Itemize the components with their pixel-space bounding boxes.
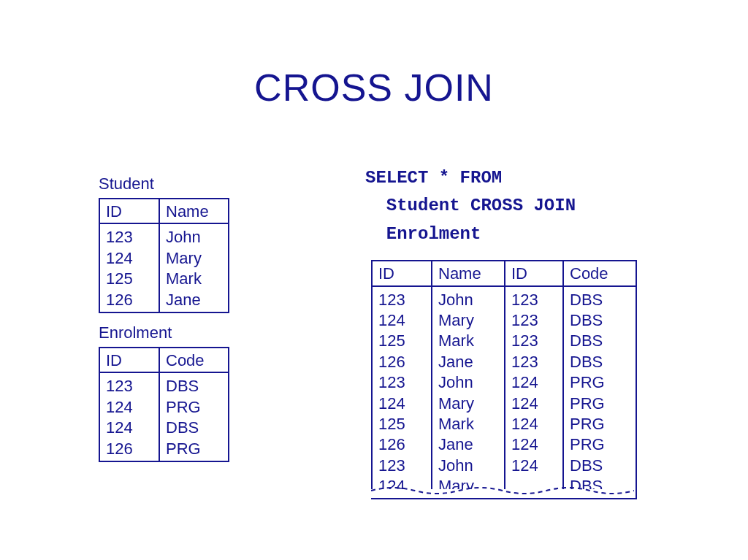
table-cell: Mark [166, 269, 222, 289]
student-header-id: ID [100, 199, 159, 223]
table-cell: 124 [511, 456, 557, 476]
table-cell: Jane [438, 352, 498, 372]
student-col-name: JohnMaryMarkJane [159, 224, 228, 312]
table-cell: Mary [438, 476, 498, 496]
slide-title: CROSS JOIN [0, 66, 748, 110]
table-cell: DBS [570, 310, 630, 331]
enrolment-table: ID Code 123124124126 DBSPRGDBSPRG [99, 347, 229, 462]
result-header-id1: ID [373, 261, 431, 285]
table-cell: John [438, 290, 498, 310]
enrolment-header-id: ID [100, 348, 159, 372]
table-cell: 126 [378, 352, 425, 372]
table-cell: Jane [166, 290, 222, 310]
table-cell: PRG [570, 434, 630, 455]
table-cell: 124 [106, 248, 153, 269]
enrolment-table-label: Enrolment [99, 323, 289, 342]
student-header-name: Name [159, 199, 228, 223]
result-header-name: Name [431, 261, 504, 285]
table-cell: 124 [378, 476, 425, 496]
table-cell: 123 [511, 331, 557, 351]
table-cell: DBS [570, 290, 630, 310]
student-table-header: ID Name [100, 199, 228, 224]
table-cell: DBS [570, 456, 630, 476]
table-cell: PRG [570, 394, 630, 414]
table-cell: 126 [106, 290, 153, 310]
table-cell: Mary [166, 248, 222, 269]
table-cell: 123 [378, 372, 425, 393]
student-col-id: 123124125126 [100, 224, 159, 312]
table-cell: Mary [438, 310, 498, 331]
table-cell: Mary [438, 394, 498, 414]
enrolment-table-body: 123124124126 DBSPRGDBSPRG [100, 373, 228, 461]
table-cell: 124 [511, 434, 557, 455]
table-cell: 125 [378, 331, 425, 351]
table-cell: 126 [106, 439, 153, 459]
table-cell: John [438, 456, 498, 476]
table-cell: 124 [106, 397, 153, 418]
enrolment-col-id: 123124124126 [100, 373, 159, 461]
table-cell: DBS [570, 476, 630, 496]
table-cell: PRG [570, 372, 630, 393]
student-table-label: Student [99, 174, 289, 193]
result-col-id2: 123123123123124124124124124 [504, 287, 562, 499]
table-cell: 124 [511, 372, 557, 393]
table-cell: 123 [511, 290, 557, 310]
table-cell: DBS [570, 352, 630, 372]
table-cell: 123 [511, 310, 557, 331]
table-cell: Mark [438, 331, 498, 351]
table-cell: 123 [106, 227, 153, 248]
result-col-id1: 123124125126123124125126123124 [373, 287, 431, 499]
result-table-header: ID Name ID Code [373, 261, 636, 286]
student-table-body: 123124125126 JohnMaryMarkJane [100, 224, 228, 312]
table-cell: DBS [166, 376, 222, 396]
sql-query: SELECT * FROM Student CROSS JOIN Enrolme… [365, 164, 679, 248]
right-column: SELECT * FROM Student CROSS JOIN Enrolme… [365, 164, 679, 501]
table-cell: 124 [511, 414, 557, 434]
result-table-body: 123124125126123124125126123124 JohnMaryM… [373, 287, 636, 499]
table-cell [511, 476, 557, 477]
table-cell: Jane [438, 434, 498, 455]
table-cell: 126 [378, 434, 425, 455]
result-col-name: JohnMaryMarkJaneJohnMaryMarkJaneJohnMary [431, 287, 504, 499]
result-header-id2: ID [504, 261, 562, 285]
enrolment-col-code: DBSPRGDBSPRG [159, 373, 228, 461]
table-cell: John [438, 372, 498, 393]
result-table: ID Name ID Code 123124125126123124125126… [371, 260, 637, 499]
table-cell: 125 [106, 269, 153, 289]
table-cell: PRG [166, 397, 222, 418]
table-cell: 123 [511, 352, 557, 372]
slide: CROSS JOIN Student ID Name 123124125126 … [0, 0, 748, 560]
table-cell: John [166, 227, 222, 248]
table-cell: PRG [166, 439, 222, 459]
student-table: ID Name 123124125126 JohnMaryMarkJane [99, 198, 229, 313]
table-cell: 123 [378, 456, 425, 476]
result-header-code: Code [562, 261, 636, 285]
result-wrap: ID Name ID Code 123124125126123124125126… [365, 260, 679, 501]
table-cell: DBS [166, 418, 222, 438]
enrolment-header-code: Code [159, 348, 228, 372]
table-cell: 124 [378, 394, 425, 414]
table-cell: 124 [378, 310, 425, 331]
table-cell: 123 [378, 290, 425, 310]
table-cell: PRG [570, 414, 630, 434]
table-cell: 123 [106, 376, 153, 396]
table-cell: 125 [378, 414, 425, 434]
result-col-code: DBSDBSDBSDBSPRGPRGPRGPRGDBSDBS [562, 287, 636, 499]
table-cell: Mark [438, 414, 498, 434]
left-column: Student ID Name 123124125126 JohnMaryMar… [99, 164, 289, 462]
table-cell: 124 [106, 418, 153, 438]
table-cell: 124 [511, 394, 557, 414]
table-cell: DBS [570, 331, 630, 351]
enrolment-table-header: ID Code [100, 348, 228, 373]
